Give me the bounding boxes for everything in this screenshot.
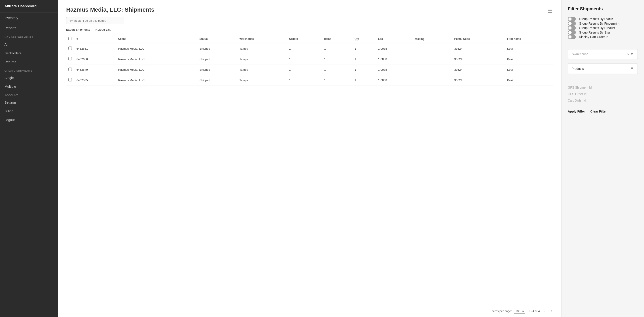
filter-toggle-button[interactable]: ☰: [547, 7, 553, 15]
cell-status: Shipped: [197, 43, 237, 54]
previous-page-button[interactable]: ‹: [544, 308, 546, 314]
select-all-checkbox[interactable]: [68, 37, 72, 40]
sidebar-item-multiple[interactable]: Multiple: [0, 82, 58, 91]
pagination-bar: Items per page: 100 50 25 1 - 4 of 4 ‹ ›: [58, 305, 561, 317]
cell-client: Razmus Media, LLC: [116, 54, 197, 65]
cell-warehouse: Tampa: [237, 75, 287, 86]
cell-id: 6462650: [74, 54, 116, 65]
toggle-by-sku[interactable]: [568, 30, 576, 35]
cell-client: Razmus Media, LLC: [116, 43, 197, 54]
warehouse-dropdown-arrow: ▼: [630, 52, 634, 56]
table-row: 6462650 Razmus Media, LLC Shipped Tampa …: [66, 54, 553, 65]
sidebar-item-all[interactable]: All: [0, 40, 58, 49]
filter-input-gfs-shipment-id[interactable]: [568, 84, 638, 90]
reload-list-button[interactable]: Reload List: [96, 28, 111, 31]
col-postal-code: Postal Code: [452, 34, 505, 43]
row-checkbox-6462535[interactable]: [68, 78, 72, 81]
cell-qty: 1: [352, 75, 376, 86]
cell-warehouse: Tampa: [237, 43, 287, 54]
input-group-cart-order-id: [568, 97, 638, 103]
toolbar: Export Shipments Reload List: [58, 24, 561, 34]
filter-divider-1: [568, 44, 638, 44]
export-shipments-button[interactable]: Export Shipments: [66, 28, 90, 31]
cell-postal-code: 33624: [452, 54, 505, 65]
sidebar-title: Affiliate Dashboard: [0, 0, 58, 13]
cell-lbs: 1.0088: [376, 43, 411, 54]
apply-filter-button[interactable]: Apply Filter: [568, 110, 585, 113]
toggle-slider-by-product: [568, 26, 576, 30]
select-all-col: [66, 34, 74, 43]
toggle-row-by-product: Group Results By Product: [568, 26, 638, 30]
filter-divider-2: [568, 79, 638, 79]
items-per-page: Items per page: 100 50 25: [492, 309, 524, 314]
items-per-page-select[interactable]: 100 50 25: [514, 309, 525, 314]
next-page-button[interactable]: ›: [550, 308, 553, 314]
toggle-by-product[interactable]: [568, 26, 576, 30]
toggle-label-by-fingerprint: Group Results By Fingerprint: [579, 22, 620, 25]
filter-input-cart-order-id[interactable]: [568, 97, 638, 103]
help-bar: [58, 15, 561, 24]
main-content: Razmus Media, LLC: Shipments ☰ Export Sh…: [58, 0, 561, 317]
cell-items: 1: [322, 75, 352, 86]
clear-filter-button[interactable]: Clear Filter: [590, 110, 607, 113]
sidebar: Affiliate Dashboard Inventory Reports MA…: [0, 0, 58, 317]
filter-actions: Apply Filter Clear Filter: [568, 110, 638, 113]
warehouse-dropdown[interactable]: Warehouse Tampa ▼: [568, 49, 638, 59]
cell-lbs: 1.0088: [376, 65, 411, 75]
sidebar-item-returns[interactable]: Returns: [0, 58, 58, 66]
sidebar-item-settings[interactable]: Settings: [0, 98, 58, 107]
sidebar-item-reports[interactable]: Reports: [0, 23, 58, 33]
sidebar-item-backorders[interactable]: Backorders: [0, 49, 58, 58]
items-per-page-label: Items per page:: [492, 309, 512, 313]
toggle-slider-by-sku: [568, 30, 576, 35]
filter-input-gfs-order-id[interactable]: [568, 90, 638, 97]
row-checkbox-6462651[interactable]: [68, 47, 72, 50]
cell-orders: 1: [287, 54, 322, 65]
cell-status: Shipped: [197, 54, 237, 65]
products-dropdown[interactable]: Products ▼: [568, 63, 638, 74]
cell-first-name: Kevin: [505, 43, 553, 54]
sidebar-item-logout[interactable]: Logout: [0, 115, 58, 124]
toggle-label-display-cart-order-id: Display Cart Order Id: [579, 35, 608, 39]
cell-id: 6462649: [74, 65, 116, 75]
cell-status: Shipped: [197, 75, 237, 86]
cell-items: 1: [322, 54, 352, 65]
cell-qty: 1: [352, 43, 376, 54]
toggle-by-fingerprint[interactable]: [568, 21, 576, 26]
products-dropdown-label: Products: [572, 67, 584, 71]
shipments-table: # Client Status Warehouse Orders Items Q…: [66, 34, 553, 86]
sidebar-section-create-shipments: CREATE SHIPMENTS: [0, 66, 58, 73]
cell-tracking: [411, 43, 452, 54]
cell-first-name: Kevin: [505, 54, 553, 65]
cell-postal-code: 33624: [452, 75, 505, 86]
cell-qty: 1: [352, 65, 376, 75]
row-checkbox-6462649[interactable]: [68, 68, 72, 71]
toggle-by-status[interactable]: [568, 17, 576, 21]
page-info: 1 - 4 of 4: [528, 309, 540, 313]
col-first-name: First Name: [505, 34, 553, 43]
cell-orders: 1: [287, 43, 322, 54]
sidebar-item-single[interactable]: Single: [0, 73, 58, 82]
cell-warehouse: Tampa: [237, 65, 287, 75]
table-row: 6462651 Razmus Media, LLC Shipped Tampa …: [66, 43, 553, 54]
help-input[interactable]: [66, 17, 124, 24]
table-wrapper: # Client Status Warehouse Orders Items Q…: [58, 34, 561, 305]
toggle-slider-by-fingerprint: [568, 21, 576, 26]
table-body: 6462651 Razmus Media, LLC Shipped Tampa …: [66, 43, 553, 86]
cell-client: Razmus Media, LLC: [116, 65, 197, 75]
col-tracking: Tracking: [411, 34, 452, 43]
sidebar-item-inventory[interactable]: Inventory: [0, 13, 58, 23]
cell-tracking: [411, 65, 452, 75]
cell-client: Razmus Media, LLC: [116, 75, 197, 86]
toggle-label-by-product: Group Results By Product: [579, 26, 615, 30]
page-header: Razmus Media, LLC: Shipments ☰: [58, 0, 561, 15]
toggle-slider-display-cart-order-id: [568, 35, 576, 39]
row-checkbox-cell: [66, 75, 74, 86]
warehouse-select[interactable]: Warehouse Tampa: [572, 52, 630, 56]
toggle-display-cart-order-id[interactable]: [568, 35, 576, 39]
toggle-row-by-fingerprint: Group Results By Fingerprint: [568, 21, 638, 26]
sidebar-item-billing[interactable]: Billing: [0, 107, 58, 115]
row-checkbox-6462650[interactable]: [68, 57, 72, 60]
cell-warehouse: Tampa: [237, 54, 287, 65]
col-number: #: [74, 34, 116, 43]
